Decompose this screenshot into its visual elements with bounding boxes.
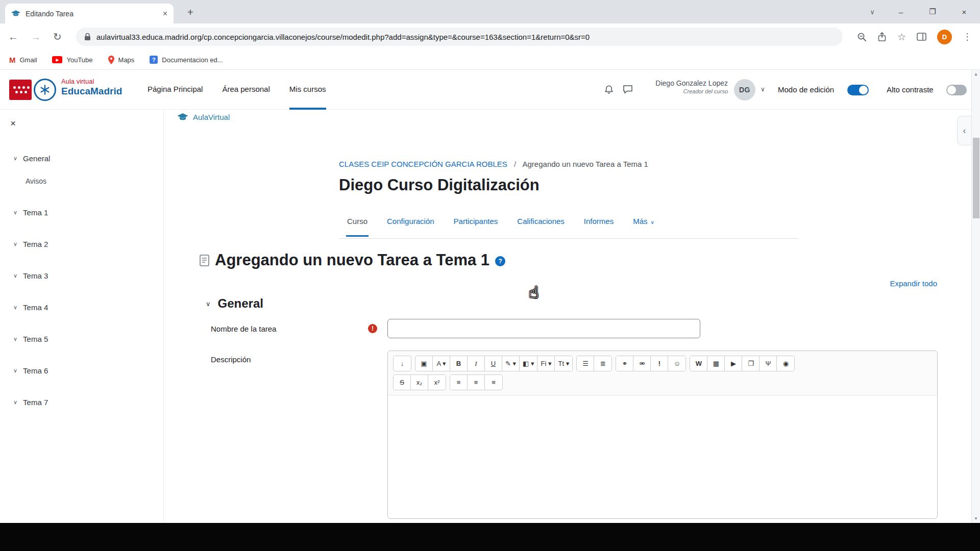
editor-emoji-icon[interactable]: ☺ (668, 356, 685, 371)
sidebar-item-tema-7[interactable]: ∨ Tema 7 (0, 393, 163, 411)
educamadrid-emblem-icon[interactable] (34, 79, 56, 101)
bookmark-maps[interactable]: Maps (108, 56, 135, 64)
sidebar-item-tema-6[interactable]: ∨ Tema 6 (0, 361, 163, 380)
scrollbar-thumb[interactable] (973, 138, 979, 218)
close-window-button[interactable]: × (948, 0, 980, 23)
tab-calificaciones[interactable]: Calificaciones (516, 217, 566, 237)
editor-bold-icon[interactable]: B (450, 356, 468, 371)
editor-show-more-icon[interactable]: ↓ (394, 356, 411, 371)
breadcrumb-course-link[interactable]: CLASES CEIP CONCEPCIÓN GARCIA ROBLES (339, 160, 507, 168)
user-menu-caret-icon[interactable]: ∨ (761, 86, 765, 93)
editor-font-color-icon[interactable]: ✎ ▾ (502, 356, 520, 371)
section-general-header[interactable]: ∨ General (206, 296, 263, 311)
task-name-input[interactable] (387, 319, 700, 338)
edit-mode-toggle[interactable] (847, 85, 869, 95)
drawer-close-icon[interactable]: × (10, 118, 16, 129)
side-panel-icon[interactable] (917, 33, 926, 41)
site-breadcrumb[interactable]: AulaVirtual (177, 113, 230, 121)
editor-unordered-list-icon[interactable]: ☰ (577, 356, 594, 371)
forward-icon[interactable]: → (31, 32, 41, 42)
brand-text[interactable]: Aula virtual EducaMadrid (61, 78, 122, 97)
minimize-button[interactable]: – (885, 0, 917, 23)
tab-participantes[interactable]: Participantes (453, 217, 499, 237)
sidebar-item-avisos[interactable]: Avisos (0, 172, 163, 190)
sidebar-item-general[interactable]: ∨ General (0, 149, 163, 167)
user-avatar[interactable]: DG (734, 79, 755, 101)
collapse-panel-button[interactable]: ‹ (957, 116, 971, 145)
editor-image-icon[interactable]: ▦ (707, 356, 725, 371)
nav-area-personal[interactable]: Área personal (222, 70, 270, 110)
editor-italic-icon[interactable]: I (468, 356, 485, 371)
editor-record-audio-icon[interactable]: Ψ (760, 356, 777, 371)
bookmark-docs[interactable]: ? Documentacion ed... (150, 56, 223, 64)
bookmark-label: YouTube (66, 56, 92, 64)
tab-mas[interactable]: Más∨ (632, 217, 655, 237)
chevron-down-icon[interactable]: ∨ (13, 155, 17, 162)
description-editor-content[interactable] (388, 395, 937, 518)
chevron-down-icon[interactable]: ∨ (13, 336, 17, 342)
tab-search-caret-icon[interactable]: ∨ (860, 0, 885, 23)
bookmark-star-icon[interactable]: ☆ (897, 31, 906, 43)
chevron-down-icon[interactable]: ∨ (13, 272, 17, 279)
editor-align-right-icon[interactable]: ≡ (485, 375, 502, 390)
bookmark-youtube[interactable]: ▶ YouTube (52, 56, 92, 64)
scroll-down-icon[interactable]: ▼ (972, 516, 980, 521)
address-bar[interactable]: aulavirtual33.educa.madrid.org/cp.concep… (76, 28, 843, 46)
sidebar-item-tema-5[interactable]: ∨ Tema 5 (0, 330, 163, 348)
editor-font-family-icon[interactable]: Fi ▾ (537, 356, 555, 371)
editor-underline-icon[interactable]: U (485, 356, 502, 371)
expand-all-link[interactable]: Expandir todo (890, 279, 937, 288)
tab-close-icon[interactable]: × (163, 10, 167, 18)
chevron-down-icon[interactable]: ∨ (13, 209, 17, 216)
editor-unlink-icon[interactable]: ⚮ (633, 356, 651, 371)
tab-configuracion[interactable]: Configuración (386, 217, 435, 237)
browser-tab[interactable]: Editando Tarea × (5, 4, 174, 23)
tab-curso[interactable]: Curso (346, 217, 369, 237)
editor-align-left-icon[interactable]: ≡ (450, 375, 468, 390)
bell-icon[interactable] (604, 85, 614, 97)
maximize-button[interactable]: ❐ (917, 0, 948, 23)
sidebar-item-tema-2[interactable]: ∨ Tema 2 (0, 235, 163, 253)
chevron-down-icon[interactable]: ∨ (13, 304, 17, 311)
back-icon[interactable]: ← (8, 32, 18, 42)
sidebar-item-tema-1[interactable]: ∨ Tema 1 (0, 203, 163, 221)
bookmark-gmail[interactable]: M Gmail (9, 56, 37, 64)
chevron-down-icon[interactable]: ∨ (13, 367, 17, 374)
editor-record-video-icon[interactable]: ◉ (777, 356, 794, 371)
editor-accessibility-icon[interactable]: ! (651, 356, 668, 371)
editor-align-center-icon[interactable]: ≡ (468, 375, 485, 390)
edit-mode-label: Modo de edición (778, 85, 834, 94)
editor-media-icon[interactable]: ▶ (725, 356, 742, 371)
editor-link-icon[interactable]: ⚭ (616, 356, 633, 371)
browser-menu-icon[interactable]: ⋮ (963, 31, 972, 42)
chevron-down-icon[interactable]: ∨ (13, 241, 17, 247)
editor-highlight-icon[interactable]: ◧ ▾ (520, 356, 537, 371)
tab-informes[interactable]: Informes (583, 217, 615, 237)
share-icon[interactable] (877, 32, 887, 42)
sidebar-item-tema-4[interactable]: ∨ Tema 4 (0, 298, 163, 316)
browser-profile-avatar[interactable]: D (937, 30, 952, 44)
editor-subscript-icon[interactable]: x₂ (411, 375, 428, 390)
editor-styles-icon[interactable]: A ▾ (433, 356, 450, 371)
help-icon[interactable]: ? (495, 256, 505, 266)
editor-manage-files-icon[interactable]: ❐ (742, 356, 760, 371)
editor-superscript-icon[interactable]: x² (428, 375, 446, 390)
zoom-icon[interactable] (857, 32, 867, 42)
new-tab-button[interactable]: + (183, 5, 198, 20)
editor-ordered-list-icon[interactable]: ≣ (594, 356, 611, 371)
user-info[interactable]: Diego Gonzalez Lopez Creador del curso (637, 79, 728, 94)
scroll-up-icon[interactable]: ▲ (972, 72, 980, 77)
chat-icon[interactable] (623, 85, 633, 96)
nav-mis-cursos[interactable]: Mis cursos (289, 70, 326, 110)
chevron-down-icon[interactable]: ∨ (206, 300, 211, 308)
editor-paste-icon[interactable]: ▣ (415, 356, 433, 371)
nav-pagina-principal[interactable]: Página Principal (148, 70, 203, 110)
editor-strikethrough-icon[interactable]: S (394, 375, 411, 390)
chevron-down-icon[interactable]: ∨ (13, 399, 17, 406)
high-contrast-toggle[interactable] (946, 85, 967, 95)
editor-word-import-icon[interactable]: W (690, 356, 707, 371)
editor-font-size-icon[interactable]: Tt ▾ (555, 356, 572, 371)
reload-icon[interactable]: ↻ (53, 32, 62, 42)
vertical-scrollbar[interactable]: ▲ ▼ (971, 70, 980, 523)
sidebar-item-tema-3[interactable]: ∨ Tema 3 (0, 266, 163, 285)
